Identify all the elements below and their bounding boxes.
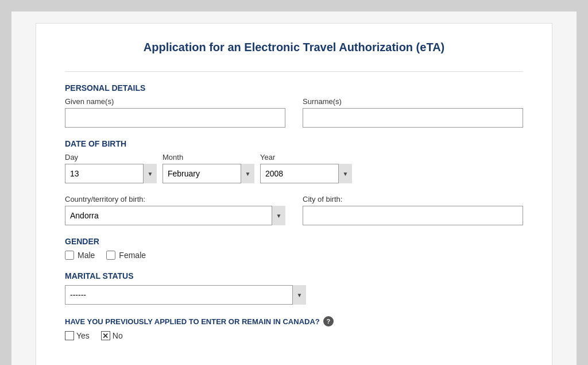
country-birth-select[interactable]: Andorra Canada United Kingdom United Sta…: [65, 206, 285, 225]
canada-no-option[interactable]: ✕ No: [101, 331, 123, 340]
canada-question-text: HAVE YOU PREVIOUSLY APPLIED TO ENTER OR …: [65, 317, 320, 326]
day-label: Day: [65, 153, 157, 162]
personal-details-section: PERSONAL DETAILS Given name(s) Surname(s…: [65, 83, 523, 128]
canada-question-section: HAVE YOU PREVIOUSLY APPLIED TO ENTER OR …: [65, 316, 523, 340]
surnames-input[interactable]: [303, 108, 523, 128]
given-names-label: Given name(s): [65, 97, 285, 106]
day-select[interactable]: 13 1 2 3 4 5 6 7 8 9 10 11 12: [65, 164, 157, 183]
gender-female-option[interactable]: Female: [106, 251, 146, 260]
date-of-birth-header: DATE OF BIRTH: [65, 139, 523, 148]
surnames-label: Surname(s): [303, 97, 523, 106]
gender-male-option[interactable]: Male: [65, 251, 95, 260]
canada-yes-option[interactable]: Yes: [65, 331, 90, 340]
month-select[interactable]: January February March April May June Ju…: [163, 164, 254, 183]
month-label: Month: [163, 153, 254, 162]
canada-yes-label: Yes: [76, 331, 90, 340]
date-of-birth-section: DATE OF BIRTH Day 13 1 2 3 4 5 6 7: [65, 139, 523, 183]
gender-female-checkbox[interactable]: [106, 251, 115, 260]
gender-male-label: Male: [78, 251, 95, 260]
gender-header: GENDER: [65, 237, 523, 246]
marital-status-section: MARITAL STATUS ------ Single Married Com…: [65, 271, 523, 305]
birth-details-section: Country/territory of birth: Andorra Cana…: [65, 195, 523, 225]
city-birth-label: City of birth:: [303, 195, 523, 203]
city-birth-input[interactable]: [303, 206, 523, 225]
canada-no-checkbox[interactable]: ✕: [101, 331, 110, 340]
help-icon[interactable]: ?: [323, 316, 334, 326]
marital-status-header: MARITAL STATUS: [65, 271, 523, 281]
page-title: Application for an Electronic Travel Aut…: [65, 41, 523, 54]
gender-female-label: Female: [119, 251, 146, 260]
personal-details-header: PERSONAL DETAILS: [65, 83, 523, 93]
given-names-input[interactable]: [65, 108, 285, 128]
canada-yes-checkbox[interactable]: [65, 331, 74, 340]
marital-status-select[interactable]: ------ Single Married Common-Law Divorce…: [65, 285, 306, 305]
gender-male-checkbox[interactable]: [65, 251, 74, 260]
gender-section: GENDER Male Female: [65, 237, 523, 260]
canada-no-label: No: [113, 331, 123, 340]
year-select[interactable]: 2008 2007 2006 2005 2000 1990 1980 1970: [260, 164, 352, 183]
year-label: Year: [260, 153, 352, 162]
country-birth-label: Country/territory of birth:: [65, 195, 285, 203]
